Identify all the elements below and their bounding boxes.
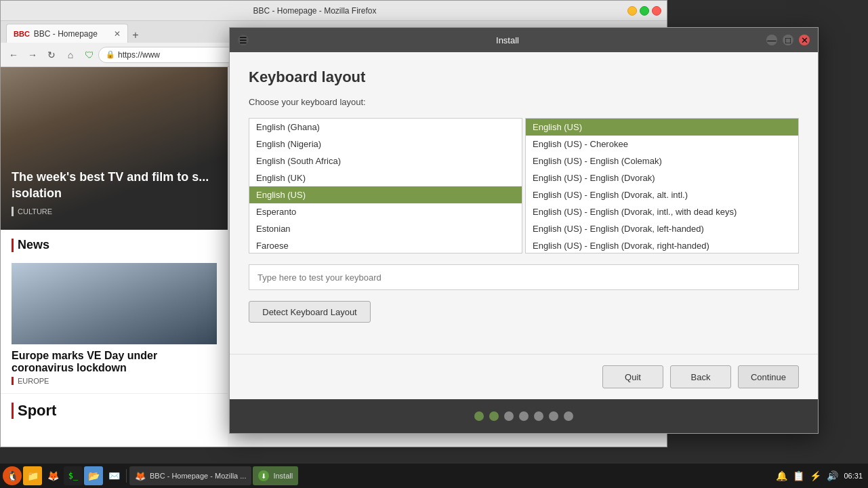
- dialog-heading: Keyboard layout: [249, 68, 799, 86]
- news-title: Europe marks VE Day under coronavirus lo…: [12, 350, 217, 374]
- right-layout-list[interactable]: English (US)English (US) - CherokeeEngli…: [525, 118, 799, 253]
- left-list-item[interactable]: English (South Africa): [249, 152, 522, 169]
- install-dialog: ☰ Install — □ ✕ Keyboard layout Choose y…: [229, 27, 819, 434]
- notification-icon[interactable]: 🔔: [776, 470, 787, 481]
- progress-dot-6: [564, 411, 573, 421]
- maximize-button[interactable]: [640, 6, 649, 16]
- dialog-menu-btn[interactable]: ☰: [238, 35, 249, 45]
- dialog-close-btn[interactable]: ✕: [799, 35, 810, 45]
- dialog-minimize-btn[interactable]: —: [766, 35, 777, 45]
- progress-dot-3: [519, 411, 529, 421]
- news-heading: News: [12, 238, 217, 252]
- home-button[interactable]: ⌂: [63, 47, 78, 62]
- right-list-item[interactable]: English (US) - English (Dvorak, alt. int…: [526, 186, 798, 203]
- power-icon[interactable]: ⚡: [810, 470, 821, 481]
- progress-dot-5: [549, 411, 558, 421]
- news-tag: EUROPE: [12, 377, 217, 385]
- refresh-button[interactable]: ↻: [44, 47, 59, 62]
- news-section-header: News: [1, 230, 228, 255]
- detect-layout-button[interactable]: Detect Keyboard Layout: [249, 301, 371, 323]
- volume-icon[interactable]: 🔊: [827, 470, 838, 481]
- right-list-item[interactable]: English (US) - English (Dvorak, intl., w…: [526, 203, 798, 220]
- right-list-item[interactable]: English (US) - English (Dvorak, left-han…: [526, 220, 798, 237]
- left-list-item[interactable]: English (US): [249, 186, 522, 203]
- left-list-item[interactable]: Esperanto: [249, 203, 522, 220]
- taskbar-firefox-icon[interactable]: 🦊: [43, 466, 62, 485]
- progress-dot-1: [489, 411, 499, 421]
- bbc-content-area: The week's best TV and film to s... isol…: [1, 67, 228, 447]
- progress-dot-2: [504, 411, 514, 421]
- left-list-item[interactable]: English (Nigeria): [249, 136, 522, 152]
- layout-lists-container: English (Ghana)English (Nigeria)English …: [249, 118, 799, 253]
- continue-button[interactable]: Continue: [738, 365, 799, 388]
- taskbar-firefox-running[interactable]: 🦊 BBC - Homepage - Mozilla ...: [129, 466, 251, 485]
- taskbar-install-label: Install: [273, 472, 293, 480]
- hero-tag: CULTURE: [12, 207, 217, 216]
- dialog-content: Keyboard layout Choose your keyboard lay…: [230, 52, 818, 354]
- taskbar-files-icon[interactable]: 📁: [23, 466, 42, 485]
- dialog-title: Install: [254, 35, 761, 45]
- sport-section: Sport: [1, 394, 228, 428]
- back-button[interactable]: ←: [6, 47, 21, 62]
- taskbar-thunderbird-icon[interactable]: ✉️: [104, 466, 123, 485]
- progress-dot-4: [534, 411, 543, 421]
- browser-titlebar: BBC - Homepage - Mozilla Firefox: [1, 1, 667, 21]
- dialog-subtitle: Choose your keyboard layout:: [249, 97, 799, 107]
- screenshot-icon[interactable]: 📋: [793, 470, 804, 481]
- left-layout-list[interactable]: English (Ghana)English (Nigeria)English …: [249, 118, 522, 253]
- browser-title: BBC - Homepage - Mozilla Firefox: [6, 6, 623, 16]
- dialog-titlebar: ☰ Install — □ ✕: [230, 28, 818, 52]
- quit-button[interactable]: Quit: [602, 365, 663, 388]
- taskbar-separator: [126, 469, 127, 483]
- taskbar-ubuntu-icon[interactable]: 🐧: [3, 466, 22, 485]
- bbc-hero: The week's best TV and film to s... isol…: [1, 67, 228, 230]
- browser-tab[interactable]: BBC BBC - Homepage ✕: [6, 24, 128, 43]
- left-list-item[interactable]: English (UK): [249, 169, 522, 186]
- tab-title: BBC - Homepage: [34, 29, 98, 39]
- right-list-item[interactable]: English (US): [526, 119, 798, 136]
- left-list-item[interactable]: Estonian: [249, 220, 522, 237]
- right-list-item[interactable]: English (US) - English (Dvorak, right-ha…: [526, 237, 798, 253]
- dialog-maximize-btn[interactable]: □: [783, 35, 793, 45]
- news-item[interactable]: Europe marks VE Day under coronavirus lo…: [1, 255, 228, 394]
- taskbar-install-running[interactable]: ⬇ Install: [253, 466, 298, 485]
- url-text: https://www: [118, 50, 160, 60]
- tab-close-icon[interactable]: ✕: [114, 29, 121, 39]
- taskbar-nautilus-icon[interactable]: 📂: [84, 466, 103, 485]
- taskbar-terminal-icon[interactable]: $_: [64, 466, 83, 485]
- lock-icon: 🔒: [106, 50, 115, 59]
- minimize-button[interactable]: [627, 6, 637, 16]
- taskbar-clock: 06:31: [844, 472, 863, 480]
- progress-indicator: [230, 399, 818, 433]
- forward-button[interactable]: →: [25, 47, 40, 62]
- right-list-item[interactable]: English (US) - Cherokee: [526, 136, 798, 152]
- progress-dot-0: [474, 411, 484, 421]
- left-list-item[interactable]: English (Ghana): [249, 119, 522, 136]
- sport-heading: Sport: [12, 402, 217, 420]
- hero-text: The week's best TV and film to s... isol…: [12, 169, 217, 216]
- right-list-item[interactable]: English (US) - English (Dvorak): [526, 169, 798, 186]
- tab-favicon: BBC: [14, 30, 30, 38]
- new-tab-button[interactable]: +: [128, 28, 143, 43]
- clock-time: 06:31: [844, 472, 863, 480]
- hero-title: The week's best TV and film to s... isol…: [12, 169, 217, 201]
- taskbar: 🐧 📁 🦊 $_ 📂 ✉️ 🦊 BBC - Homepage - Mozilla…: [0, 464, 868, 488]
- taskbar-right: 🔔 📋 ⚡ 🔊 06:31: [776, 470, 865, 481]
- dialog-footer: Quit Back Continue: [230, 354, 818, 399]
- right-list-item[interactable]: English (US) - English (Colemak): [526, 152, 798, 169]
- left-list-item[interactable]: Faroese: [249, 237, 522, 253]
- close-button[interactable]: [652, 6, 661, 16]
- keyboard-test-input[interactable]: [249, 264, 799, 290]
- shield-icon: 🛡: [85, 49, 94, 60]
- news-image: [12, 263, 217, 344]
- back-button[interactable]: Back: [670, 365, 731, 388]
- taskbar-firefox-label: BBC - Homepage - Mozilla ...: [150, 472, 246, 480]
